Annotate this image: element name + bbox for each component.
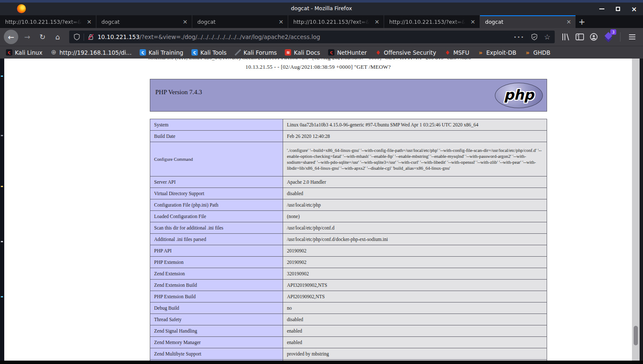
insecure-lock-icon[interactable] — [87, 34, 94, 40]
window-titlebar[interactable]: dogcat - Mozilla Firefox × — [0, 3, 643, 15]
table-row: Zend Extension320190902 — [150, 268, 547, 280]
tab-close-icon[interactable]: × — [373, 18, 380, 25]
url-bar[interactable]: 10.10.221.153/?ext=&view=./dog/../../../… — [69, 31, 555, 43]
kaliblue-favicon-icon: ς — [140, 49, 146, 56]
menu-button[interactable] — [626, 34, 638, 39]
table-row: PHP Extension BuildAPI20190902,NTS — [150, 291, 547, 302]
forward-button[interactable]: → — [21, 31, 34, 43]
bookmark-ghdb[interactable]: »GHDB — [524, 49, 550, 56]
bookmark-label: Kali Training — [149, 49, 183, 56]
bookmark-offensive-security[interactable]: ♦Offensive Security — [375, 49, 436, 56]
bookmark-label: Offensive Security — [384, 49, 436, 56]
home-button[interactable]: ⌂ — [51, 31, 64, 43]
row-value: disabled — [283, 314, 547, 325]
tab-close-icon[interactable]: × — [86, 18, 93, 25]
bookmark-kali-tools[interactable]: ςKali Tools — [191, 49, 227, 56]
table-row: SystemLinux 0aa72b1a10b3 4.15.0-96-gener… — [150, 119, 547, 131]
row-value: API320190902,NTS — [283, 280, 547, 291]
php-logo: php — [495, 83, 543, 108]
page-actions-icon[interactable]: ••• — [514, 34, 524, 40]
account-icon[interactable] — [589, 32, 599, 42]
scrollbar-thumb[interactable] — [634, 326, 638, 345]
bookmark-nethunter[interactable]: ςNetHunter — [328, 49, 367, 56]
hamburger-icon — [629, 34, 635, 35]
tab-2[interactable]: dogcat× — [96, 15, 192, 28]
bookmark-star-icon[interactable]: ☆ — [544, 33, 550, 41]
reload-button[interactable]: ↻ — [36, 31, 49, 43]
row-value: 20190902 — [283, 257, 547, 268]
tab-close-icon[interactable]: × — [278, 18, 284, 25]
php-logo-text: php — [504, 87, 534, 103]
tab-3[interactable]: dogcat× — [192, 15, 288, 28]
row-value: 320190902 — [283, 268, 547, 280]
window-title: dogcat - Mozilla Firefox — [0, 5, 643, 11]
tab-close-icon[interactable]: × — [469, 18, 476, 25]
offsec-favicon-icon: ♦ — [444, 49, 451, 56]
sidebar-toggle-icon[interactable] — [575, 32, 585, 42]
tab-bar: http://10.10.221.153/?ext=&vi×dogcat×dog… — [0, 15, 643, 28]
extension-button[interactable]: 3 — [603, 31, 615, 43]
row-label: PHP Extension — [150, 257, 283, 268]
table-row: Configuration File (php.ini) Path/usr/lo… — [150, 199, 547, 211]
tab-close-icon[interactable]: × — [565, 18, 572, 25]
row-value: Feb 26 2020 12:40:28 — [283, 131, 547, 142]
edb-favicon-icon: » — [477, 49, 484, 56]
bookmark-label: http://192.168.1.105/di... — [59, 49, 132, 56]
background-fragment — [1, 241, 3, 242]
tab-1[interactable]: http://10.10.221.153/?ext=&vi× — [0, 15, 96, 28]
row-label: Virtual Directory Support — [150, 188, 283, 199]
row-label: Configuration File (php.ini) Path — [150, 199, 283, 211]
urlbar-divider — [84, 34, 84, 41]
minimize-button[interactable] — [596, 3, 607, 14]
url-text[interactable]: 10.10.221.153/?ext=&view=./dog/../../../… — [98, 34, 509, 40]
table-row: Zend Multibyte Supportprovided by mbstri… — [150, 348, 547, 360]
tab-label: http://10.10.221.153/?ext=&vi — [5, 19, 83, 25]
bookmark-kali-training[interactable]: ςKali Training — [140, 49, 183, 56]
row-label: Zend Extension — [150, 268, 283, 280]
screen: dogcat - Mozilla Firefox × http://10.10.… — [0, 0, 643, 364]
background-fragment — [1, 186, 3, 187]
shield-icon[interactable] — [73, 34, 80, 40]
minimize-icon — [599, 8, 604, 9]
bookmark-label: GHDB — [533, 49, 550, 56]
row-value: 20190902 — [283, 245, 547, 257]
new-tab-button[interactable]: + — [576, 15, 588, 28]
bookmark-kali-linux[interactable]: ςKali Linux — [6, 49, 42, 56]
row-label: Zend Memory Manager — [150, 337, 283, 348]
shield-check-icon[interactable] — [531, 34, 538, 40]
tab-6-active[interactable]: dogcat× — [480, 15, 576, 28]
close-button[interactable]: × — [629, 3, 640, 14]
background-fragment — [1, 76, 3, 77]
library-icon[interactable] — [561, 32, 571, 42]
bookmark-label: MSFU — [453, 49, 469, 56]
background-fragment — [1, 296, 3, 297]
bookmark-kali-docs[interactable]: ≋Kali Docs — [285, 49, 320, 56]
row-label: PHP Extension Build — [150, 291, 283, 302]
nav-toolbar: ← → ↻ ⌂ 10.10.221.153/?ext=&view=./dog/.… — [0, 28, 643, 46]
tab-5[interactable]: http://10.10.221.153/?ext=&vi× — [384, 15, 480, 28]
home-icon: ⌂ — [56, 33, 60, 41]
table-row: PHP Extension20190902 — [150, 257, 547, 268]
tab-label: dogcat — [101, 19, 179, 25]
tab-label: dogcat — [485, 19, 563, 25]
back-button[interactable]: ← — [4, 30, 18, 44]
bookmark-http-192-168-1-105-di[interactable]: ⊕http://192.168.1.105/di... — [51, 49, 132, 56]
table-row: Scan this dir for additional .ini files/… — [150, 222, 547, 234]
url-path: /?ext=&view=./dog/../../../../../../../.… — [140, 34, 320, 40]
bookmark-label: Kali Forums — [244, 49, 277, 56]
bookmark-exploit-db[interactable]: »Exploit-DB — [477, 49, 517, 56]
row-label: Zend Extension Build — [150, 280, 283, 291]
globe-favicon-icon: ⊕ — [51, 49, 57, 56]
extension-badge: 3 — [610, 29, 616, 35]
maximize-icon — [616, 7, 620, 11]
bookmark-msfu[interactable]: ♦MSFU — [444, 49, 469, 56]
page-scrollbar[interactable] — [632, 59, 640, 361]
table-row: Additional .ini files parsed/usr/local/e… — [150, 234, 547, 245]
table-row: Loaded Configuration File(none) — [150, 211, 547, 222]
tab-4[interactable]: http://10.10.221.153/?ext=&vi× — [288, 15, 384, 28]
maximize-button[interactable] — [612, 3, 623, 14]
tab-close-icon[interactable]: × — [182, 18, 188, 25]
row-value: provided by mbstring — [283, 348, 547, 360]
hamburger-icon — [629, 36, 635, 37]
bookmark-kali-forums[interactable]: Kali Forums — [235, 49, 277, 56]
